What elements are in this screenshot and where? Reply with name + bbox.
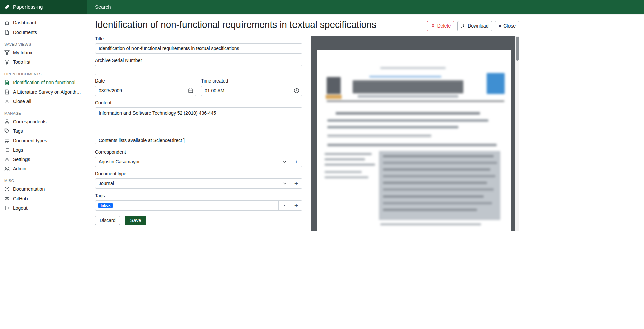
download-button[interactable]: Download (457, 21, 492, 31)
correspondent-select[interactable]: Agustin Casamayor (95, 157, 290, 167)
paperless-leaf-icon (4, 4, 10, 10)
document-type-label: Document type (95, 171, 302, 176)
asn-label: Archive Serial Number (95, 58, 302, 63)
preview-scrollbar[interactable] (515, 36, 519, 231)
content-textarea[interactable]: Information and Software Technology 52 (… (95, 107, 302, 144)
sidebar-item-logout[interactable]: Logout (0, 203, 87, 213)
close-icon: × (498, 23, 501, 29)
blurred-pdf-content (317, 50, 511, 231)
title-input[interactable] (95, 43, 302, 54)
correspondent-label: Correspondent (95, 149, 302, 155)
document-type-select[interactable]: Journal (95, 178, 290, 189)
funnel-icon (4, 50, 10, 55)
app-logo[interactable]: Paperless-ng (0, 0, 87, 14)
open-documents-header: OPEN DOCUMENTS (0, 67, 87, 78)
search-input[interactable] (94, 4, 235, 10)
tag-icon (4, 128, 10, 134)
add-correspondent-button[interactable]: + (290, 157, 302, 167)
sidebar-item-tags[interactable]: Tags (0, 126, 87, 136)
sidebar-open-document-1[interactable]: Identification of non-functional require… (0, 78, 87, 87)
gear-icon (4, 157, 10, 162)
add-tag-button[interactable]: + (290, 200, 302, 211)
close-button[interactable]: × Close (495, 21, 519, 31)
plus-icon: + (294, 159, 298, 165)
top-navbar: Paperless-ng (0, 0, 644, 14)
misc-header: MISC (0, 173, 87, 184)
time-created-label: Time created (201, 78, 302, 84)
person-icon (4, 119, 10, 124)
file-text-icon (4, 80, 10, 85)
tags-label: Tags (95, 193, 302, 198)
sidebar-item-documentation[interactable]: Documentation (0, 184, 87, 194)
app-title: Paperless-ng (13, 4, 43, 10)
sidebar-item-document-types[interactable]: Document types (0, 136, 87, 145)
download-icon (461, 24, 466, 29)
clock-icon[interactable] (294, 88, 299, 93)
file-icon (4, 30, 10, 35)
home-icon (4, 20, 10, 25)
document-preview[interactable] (311, 36, 519, 231)
manage-header: MANAGE (0, 106, 87, 117)
document-edit-form: Title Archive Serial Number Date Time cr… (95, 33, 302, 231)
date-label: Date (95, 78, 196, 84)
trash-icon (431, 24, 435, 29)
save-button[interactable]: Save (125, 216, 146, 225)
discard-button[interactable]: Discard (95, 216, 120, 225)
sidebar-item-logs[interactable]: Logs (0, 145, 87, 155)
main-content: Identification of non-functional require… (87, 14, 519, 231)
calendar-icon[interactable] (188, 88, 193, 93)
add-document-type-button[interactable]: + (290, 178, 302, 189)
sidebar-item-settings[interactable]: Settings (0, 155, 87, 164)
sidebar-item-documents[interactable]: Documents (0, 28, 87, 37)
sidebar-item-admin[interactable]: Admin (0, 164, 87, 173)
list-icon (4, 147, 10, 153)
page-title: Identification of non-functional require… (95, 19, 376, 31)
close-icon (4, 99, 10, 104)
caret-up-icon: ▴ (283, 204, 285, 207)
plus-icon: + (294, 203, 298, 208)
sidebar-item-github[interactable]: GitHub (0, 194, 87, 203)
tags-input[interactable]: Inbox (95, 200, 279, 211)
sidebar-item-my-inbox[interactable]: My Inbox (0, 48, 87, 57)
people-icon (4, 166, 10, 171)
logout-door-icon (4, 205, 10, 211)
tags-dropdown-toggle-button[interactable]: ▴ (278, 200, 290, 211)
sidebar-item-todo-list[interactable]: Todo list (0, 57, 87, 67)
sidebar-item-dashboard[interactable]: Dashboard (0, 18, 87, 28)
asn-input[interactable] (95, 65, 302, 75)
file-text-icon (4, 89, 10, 95)
sidebar: Dashboard Documents SAVED VIEWS My Inbox… (0, 14, 87, 329)
tag-badge-inbox[interactable]: Inbox (98, 203, 113, 208)
pdf-page (317, 50, 511, 231)
content-label: Content (95, 100, 302, 105)
sidebar-open-document-2[interactable]: A Literature Survey on Algorithms for Mu… (0, 87, 87, 97)
sidebar-item-correspondents[interactable]: Correspondents (0, 117, 87, 126)
funnel-icon (4, 59, 10, 65)
title-label: Title (95, 36, 302, 41)
date-input[interactable] (95, 86, 196, 96)
saved-views-header: SAVED VIEWS (0, 37, 87, 48)
question-circle-icon (4, 186, 10, 192)
preview-scrollbar-thumb[interactable] (516, 37, 519, 61)
plus-icon: + (294, 181, 298, 186)
delete-button[interactable]: Delete (427, 21, 454, 31)
sidebar-close-all[interactable]: Close all (0, 97, 87, 106)
hash-icon (4, 138, 10, 143)
link-icon (4, 196, 10, 201)
time-created-input[interactable] (201, 86, 302, 96)
